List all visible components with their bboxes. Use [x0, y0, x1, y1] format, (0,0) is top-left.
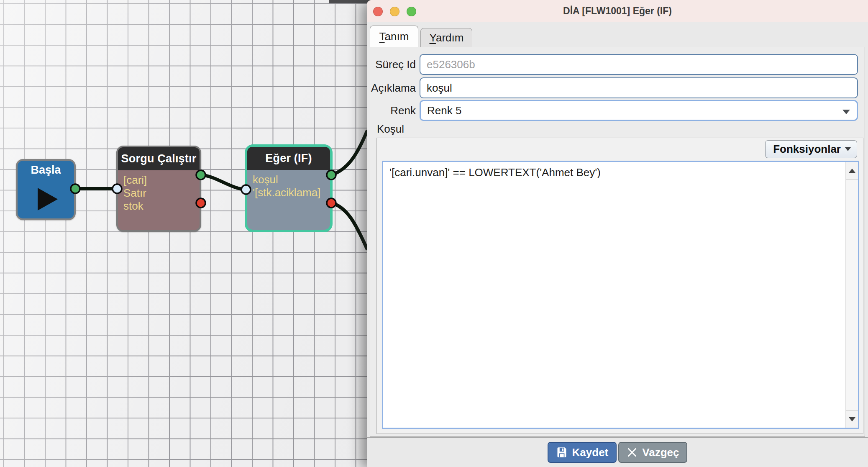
- node-basla[interactable]: Başla: [16, 159, 76, 220]
- surec-id-label: Süreç Id: [370, 58, 420, 71]
- scroll-down-icon: [849, 417, 855, 421]
- tab-panel-tanim: Süreç Id Açıklama Renk Renk 5 Koşul Fonk…: [370, 47, 865, 437]
- scroll-down-button[interactable]: [846, 410, 858, 428]
- scroll-up-button[interactable]: [846, 162, 858, 180]
- kaydet-label: Kaydet: [572, 446, 609, 459]
- aciklama-label: Açıklama: [370, 82, 420, 95]
- node-body: koşul '[stk.aciklama]: [247, 170, 330, 203]
- renk-selected-value: Renk 5: [427, 104, 461, 117]
- node-body: [cari] Satır stok: [118, 170, 200, 216]
- node-title: Sorgu Çalıştır: [118, 147, 200, 170]
- surec-id-input: [420, 54, 858, 75]
- kosul-code-textarea[interactable]: '[cari.unvan]' == LOWERTEXT('Ahmet Bey'): [383, 162, 858, 428]
- tab-tanim[interactable]: Tanım: [370, 26, 418, 47]
- save-icon: [556, 446, 568, 458]
- aciklama-input[interactable]: [420, 77, 858, 98]
- chevron-down-icon: [842, 110, 850, 114]
- chevron-down-icon: [845, 147, 851, 151]
- dialog-eger-if: DİA [FLW1001] Eğer (IF) Tanım Yardım Sür…: [367, 0, 868, 467]
- window-title: DİA [FLW1001] Eğer (IF): [367, 0, 868, 22]
- node-line: koşul: [253, 173, 325, 186]
- node-title: Başla: [18, 164, 74, 177]
- scroll-up-icon: [849, 169, 855, 173]
- tab-yardim[interactable]: Yardım: [420, 28, 472, 47]
- tab-bar: Tanım Yardım: [370, 26, 472, 47]
- play-icon: [38, 188, 58, 210]
- kosul-code-editor: '[cari.unvan]' == LOWERTEXT('Ahmet Bey'): [382, 161, 859, 429]
- fonksiyonlar-button[interactable]: Fonksiyonlar: [765, 140, 857, 158]
- node-title: Eğer (IF): [247, 147, 330, 170]
- node-line: stok: [123, 200, 194, 213]
- node-line: '[stk.aciklama]: [253, 186, 325, 199]
- dialog-footer: Kaydet Vazgeç: [367, 437, 868, 467]
- renk-label: Renk: [370, 104, 420, 117]
- kosul-groupbox: Fonksiyonlar '[cari.unvan]' == LOWERTEXT…: [376, 138, 863, 434]
- node-line: Satır: [123, 187, 194, 200]
- vertical-scrollbar[interactable]: [845, 162, 858, 428]
- fonksiyonlar-label: Fonksiyonlar: [773, 143, 841, 156]
- tab-label: ardım: [436, 31, 463, 44]
- dialog-titlebar[interactable]: DİA [FLW1001] Eğer (IF): [367, 0, 868, 22]
- node-eger-if[interactable]: Eğer (IF) koşul '[stk.aciklama]: [245, 144, 333, 232]
- kaydet-button[interactable]: Kaydet: [548, 442, 617, 463]
- kosul-section-label: Koşul: [377, 123, 404, 136]
- node-sorgu-calistir[interactable]: Sorgu Çalıştır [cari] Satır stok: [116, 146, 201, 232]
- tab-label: anım: [385, 30, 409, 43]
- node-line: [cari]: [123, 174, 194, 187]
- vazgec-button[interactable]: Vazgeç: [618, 442, 687, 463]
- tab-label: Y: [430, 31, 436, 44]
- cancel-x-icon: [627, 447, 638, 458]
- vazgec-label: Vazgeç: [642, 446, 679, 459]
- screen: Başla Sorgu Çalıştır [cari] Satır stok E…: [0, 0, 868, 467]
- renk-select[interactable]: Renk 5: [420, 100, 858, 121]
- tab-label: T: [379, 30, 385, 43]
